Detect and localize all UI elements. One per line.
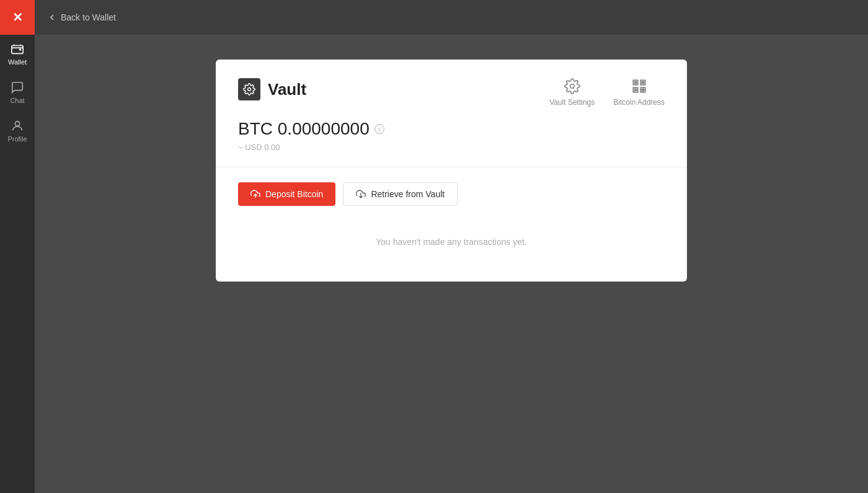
svg-rect-10 xyxy=(643,91,645,92)
svg-rect-9 xyxy=(640,91,642,92)
logo-button[interactable]: ✕ xyxy=(0,0,35,35)
chat-icon xyxy=(11,81,24,94)
topbar: Back to Wallet xyxy=(35,0,868,35)
sidebar-item-profile[interactable]: Profile xyxy=(0,112,35,150)
retrieve-from-vault-button[interactable]: Retrieve from Vault xyxy=(343,182,458,206)
svg-point-1 xyxy=(15,122,19,126)
vault-title: Vault xyxy=(268,80,306,99)
info-icon[interactable]: i xyxy=(374,124,384,134)
svg-rect-12 xyxy=(642,81,644,83)
action-buttons: Deposit Bitcoin Retrieve from Vault xyxy=(238,182,665,206)
svg-rect-0 xyxy=(12,46,23,54)
bitcoin-address-button[interactable]: Bitcoin Address xyxy=(613,78,665,107)
svg-rect-7 xyxy=(640,87,642,89)
usd-balance: ~ USD 0.00 xyxy=(238,143,665,152)
vault-card: Vault Vault Settings xyxy=(216,60,687,282)
download-icon xyxy=(356,189,366,199)
sidebar-item-wallet[interactable]: Wallet xyxy=(0,35,35,73)
page-content: Vault Vault Settings xyxy=(35,35,868,493)
sidebar-item-wallet-label: Wallet xyxy=(8,58,27,66)
sidebar-item-profile-label: Profile xyxy=(7,135,27,143)
vault-icon-box xyxy=(238,78,260,100)
svg-point-2 xyxy=(248,88,251,91)
divider xyxy=(216,167,687,167)
profile-icon xyxy=(11,119,24,133)
upload-icon xyxy=(250,189,260,199)
svg-rect-8 xyxy=(643,87,645,89)
retrieve-label: Retrieve from Vault xyxy=(371,189,445,199)
settings-icon xyxy=(564,78,580,94)
vault-settings-button[interactable]: Vault Settings xyxy=(549,78,595,107)
chevron-left-icon xyxy=(47,12,57,22)
qr-code-icon xyxy=(631,78,647,94)
deposit-bitcoin-button[interactable]: Deposit Bitcoin xyxy=(238,182,335,206)
sidebar-item-chat-label: Chat xyxy=(10,97,24,104)
bitcoin-address-label: Bitcoin Address xyxy=(613,98,665,107)
svg-point-3 xyxy=(570,84,574,89)
vault-actions: Vault Settings xyxy=(549,78,665,107)
empty-transactions-message: You haven't made any transactions yet. xyxy=(238,224,665,259)
deposit-label: Deposit Bitcoin xyxy=(265,189,323,199)
svg-rect-13 xyxy=(634,89,636,91)
back-label: Back to Wallet xyxy=(61,12,116,22)
vault-header: Vault Vault Settings xyxy=(238,78,665,107)
vault-gear-icon xyxy=(243,83,255,95)
btc-balance: BTC 0.00000000 i xyxy=(238,119,665,139)
sidebar-item-chat[interactable]: Chat xyxy=(0,73,35,112)
back-to-wallet-link[interactable]: Back to Wallet xyxy=(47,12,116,22)
btc-balance-value: BTC 0.00000000 xyxy=(238,119,370,139)
wallet-icon xyxy=(11,42,24,56)
vault-settings-label: Vault Settings xyxy=(549,98,595,107)
svg-rect-11 xyxy=(634,81,636,83)
vault-title-section: Vault xyxy=(238,78,306,100)
close-icon: ✕ xyxy=(12,10,23,25)
sidebar: ✕ Wallet Chat Profile xyxy=(0,0,35,493)
main-content: Back to Wallet Vault xyxy=(35,0,868,493)
